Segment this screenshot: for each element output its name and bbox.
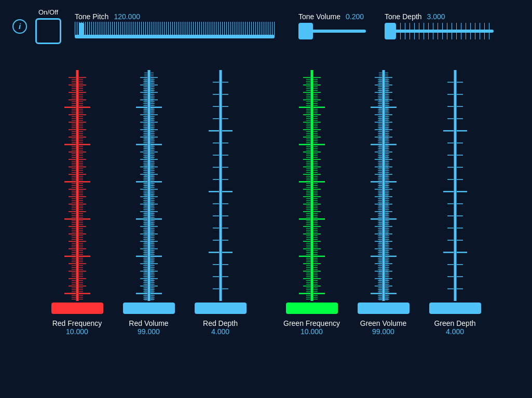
green-frequency-slider[interactable] xyxy=(281,70,343,319)
tone-volume-label: Tone Volume xyxy=(298,12,340,21)
green-frequency-label: Green Frequency xyxy=(283,319,340,327)
tone-volume-slider[interactable] xyxy=(298,22,366,40)
svg-rect-779 xyxy=(195,303,247,314)
red-frequency-slider-col: Red Frequency 10.000 xyxy=(44,70,111,336)
green-depth-value: 4.000 xyxy=(446,327,464,336)
green-depth-slider-col: Green Depth 4.000 xyxy=(421,70,489,336)
green-volume-slider-col: Green Volume 99.000 xyxy=(350,70,417,336)
svg-rect-1 xyxy=(51,303,103,314)
red-depth-value: 4.000 xyxy=(211,327,229,336)
tone-depth-slider[interactable] xyxy=(385,22,494,40)
svg-rect-1059 xyxy=(358,303,410,314)
green-volume-label: Green Volume xyxy=(360,319,407,327)
red-depth-slider-col: Red Depth 4.000 xyxy=(187,70,254,336)
green-depth-slider[interactable] xyxy=(424,70,486,319)
red-volume-value: 99.000 xyxy=(138,327,160,336)
red-depth-slider[interactable] xyxy=(189,70,252,319)
on-off-toggle[interactable] xyxy=(35,18,61,44)
on-off-label: On/Off xyxy=(38,8,58,16)
tone-pitch-value: 120.000 xyxy=(114,12,140,21)
svg-rect-817 xyxy=(286,303,338,314)
svg-rect-1595 xyxy=(429,303,481,314)
red-depth-label: Red Depth xyxy=(203,319,238,327)
red-volume-label: Red Volume xyxy=(129,319,168,327)
tone-volume-value: 0.200 xyxy=(346,12,364,21)
red-frequency-value: 10.000 xyxy=(66,327,88,336)
info-icon[interactable]: i xyxy=(12,19,27,34)
svg-rect-243 xyxy=(123,303,175,314)
red-frequency-label: Red Frequency xyxy=(52,319,102,327)
green-frequency-slider-col: Green Frequency 10.000 xyxy=(278,70,346,336)
green-volume-slider[interactable] xyxy=(352,70,415,319)
red-volume-slider[interactable] xyxy=(118,70,180,319)
red-frequency-slider[interactable] xyxy=(46,70,108,319)
green-frequency-value: 10.000 xyxy=(301,327,323,336)
tone-pitch-label: Tone Pitch xyxy=(75,12,108,21)
tone-pitch-slider[interactable] xyxy=(75,22,275,40)
red-volume-slider-col: Red Volume 99.000 xyxy=(115,70,183,336)
tone-depth-value: 3.000 xyxy=(427,12,445,21)
green-volume-value: 99.000 xyxy=(372,327,394,336)
tone-depth-label: Tone Depth xyxy=(385,12,422,21)
green-depth-label: Green Depth xyxy=(434,319,475,327)
